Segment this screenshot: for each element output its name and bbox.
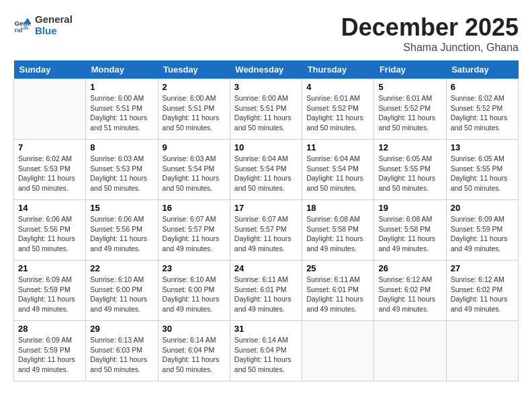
day-number: 15 xyxy=(90,203,153,213)
header-friday: Friday xyxy=(374,60,446,79)
day-number: 29 xyxy=(90,324,153,334)
day-info: Sunrise: 6:01 AMSunset: 5:52 PMDaylight:… xyxy=(306,93,369,133)
day-number: 23 xyxy=(163,263,226,273)
header-thursday: Thursday xyxy=(302,60,374,79)
logo-line2: Blue xyxy=(35,25,73,36)
day-number: 11 xyxy=(306,142,369,152)
day-number: 28 xyxy=(18,324,81,334)
day-number: 8 xyxy=(90,142,153,152)
day-cell: 7Sunrise: 6:02 AMSunset: 5:53 PMDaylight… xyxy=(14,140,86,200)
day-cell: 2Sunrise: 6:00 AMSunset: 5:51 PMDaylight… xyxy=(158,79,230,140)
day-cell: 31Sunrise: 6:14 AMSunset: 6:04 PMDayligh… xyxy=(230,321,302,381)
day-info: Sunrise: 6:10 AMSunset: 6:00 PMDaylight:… xyxy=(90,275,153,314)
day-number: 20 xyxy=(451,203,514,213)
day-cell: 6Sunrise: 6:02 AMSunset: 5:52 PMDaylight… xyxy=(446,79,518,140)
day-number: 1 xyxy=(90,82,153,92)
day-cell: 9Sunrise: 6:03 AMSunset: 5:54 PMDaylight… xyxy=(158,140,230,200)
day-info: Sunrise: 6:04 AMSunset: 5:54 PMDaylight:… xyxy=(306,154,369,193)
day-number: 17 xyxy=(234,203,298,213)
day-cell: 30Sunrise: 6:14 AMSunset: 6:04 PMDayligh… xyxy=(158,321,230,381)
day-info: Sunrise: 6:14 AMSunset: 6:04 PMDaylight:… xyxy=(234,335,298,375)
day-info: Sunrise: 6:11 AMSunset: 6:01 PMDaylight:… xyxy=(306,275,369,314)
day-number: 16 xyxy=(163,203,226,213)
day-info: Sunrise: 6:09 AMSunset: 5:59 PMDaylight:… xyxy=(18,335,81,375)
day-number: 14 xyxy=(18,203,81,213)
day-number: 24 xyxy=(234,263,298,273)
day-cell: 10Sunrise: 6:04 AMSunset: 5:54 PMDayligh… xyxy=(230,140,302,200)
day-number: 25 xyxy=(306,263,369,273)
day-info: Sunrise: 6:04 AMSunset: 5:54 PMDaylight:… xyxy=(234,154,298,193)
day-number: 5 xyxy=(378,82,441,92)
day-info: Sunrise: 6:09 AMSunset: 5:59 PMDaylight:… xyxy=(451,214,514,254)
day-info: Sunrise: 6:12 AMSunset: 6:02 PMDaylight:… xyxy=(378,275,441,314)
page-header: Gene ral General Blue December 2025 Sham… xyxy=(13,13,519,54)
day-number: 19 xyxy=(378,203,441,213)
day-cell: 28Sunrise: 6:09 AMSunset: 5:59 PMDayligh… xyxy=(14,321,86,381)
svg-text:ral: ral xyxy=(14,26,22,34)
logo-icon: Gene ral xyxy=(13,15,32,34)
calendar-table: SundayMondayTuesdayWednesdayThursdayFrid… xyxy=(13,60,519,381)
day-cell xyxy=(374,321,446,381)
day-info: Sunrise: 6:00 AMSunset: 5:51 PMDaylight:… xyxy=(163,93,226,133)
day-info: Sunrise: 6:06 AMSunset: 5:56 PMDaylight:… xyxy=(18,214,81,254)
day-cell: 26Sunrise: 6:12 AMSunset: 6:02 PMDayligh… xyxy=(374,261,446,321)
day-cell: 15Sunrise: 6:06 AMSunset: 5:56 PMDayligh… xyxy=(86,200,158,261)
day-cell: 4Sunrise: 6:01 AMSunset: 5:52 PMDaylight… xyxy=(302,79,374,140)
day-cell: 13Sunrise: 6:05 AMSunset: 5:55 PMDayligh… xyxy=(446,140,518,200)
header-tuesday: Tuesday xyxy=(158,60,230,79)
day-info: Sunrise: 6:07 AMSunset: 5:57 PMDaylight:… xyxy=(234,214,298,254)
day-cell xyxy=(302,321,374,381)
header-sunday: Sunday xyxy=(14,60,86,79)
logo: Gene ral General Blue xyxy=(13,13,73,36)
day-info: Sunrise: 6:06 AMSunset: 5:56 PMDaylight:… xyxy=(90,214,153,254)
day-cell xyxy=(446,321,518,381)
day-cell: 29Sunrise: 6:13 AMSunset: 6:03 PMDayligh… xyxy=(86,321,158,381)
day-info: Sunrise: 6:00 AMSunset: 5:51 PMDaylight:… xyxy=(234,93,298,133)
day-number: 18 xyxy=(306,203,369,213)
day-cell: 11Sunrise: 6:04 AMSunset: 5:54 PMDayligh… xyxy=(302,140,374,200)
month-title: December 2025 xyxy=(341,13,519,42)
day-info: Sunrise: 6:05 AMSunset: 5:55 PMDaylight:… xyxy=(451,154,514,193)
day-number: 21 xyxy=(18,263,81,273)
week-row-2: 7Sunrise: 6:02 AMSunset: 5:53 PMDaylight… xyxy=(14,140,519,200)
day-info: Sunrise: 6:03 AMSunset: 5:53 PMDaylight:… xyxy=(90,154,153,193)
day-number: 22 xyxy=(90,263,153,273)
day-info: Sunrise: 6:13 AMSunset: 6:03 PMDaylight:… xyxy=(90,335,153,375)
header-saturday: Saturday xyxy=(446,60,518,79)
day-number: 3 xyxy=(234,82,298,92)
day-info: Sunrise: 6:07 AMSunset: 5:57 PMDaylight:… xyxy=(163,214,226,254)
day-number: 4 xyxy=(306,82,369,92)
day-cell: 1Sunrise: 6:00 AMSunset: 5:51 PMDaylight… xyxy=(86,79,158,140)
day-cell: 18Sunrise: 6:08 AMSunset: 5:58 PMDayligh… xyxy=(302,200,374,261)
day-cell: 17Sunrise: 6:07 AMSunset: 5:57 PMDayligh… xyxy=(230,200,302,261)
day-cell: 19Sunrise: 6:08 AMSunset: 5:58 PMDayligh… xyxy=(374,200,446,261)
day-cell: 23Sunrise: 6:10 AMSunset: 6:00 PMDayligh… xyxy=(158,261,230,321)
day-info: Sunrise: 6:02 AMSunset: 5:52 PMDaylight:… xyxy=(451,93,514,133)
day-cell: 27Sunrise: 6:12 AMSunset: 6:02 PMDayligh… xyxy=(446,261,518,321)
day-cell: 22Sunrise: 6:10 AMSunset: 6:00 PMDayligh… xyxy=(86,261,158,321)
day-number: 2 xyxy=(163,82,226,92)
title-block: December 2025 Shama Junction, Ghana xyxy=(341,13,519,54)
day-cell: 21Sunrise: 6:09 AMSunset: 5:59 PMDayligh… xyxy=(14,261,86,321)
header-wednesday: Wednesday xyxy=(230,60,302,79)
day-info: Sunrise: 6:10 AMSunset: 6:00 PMDaylight:… xyxy=(163,275,226,314)
day-cell: 24Sunrise: 6:11 AMSunset: 6:01 PMDayligh… xyxy=(230,261,302,321)
day-number: 9 xyxy=(163,142,226,152)
day-info: Sunrise: 6:03 AMSunset: 5:54 PMDaylight:… xyxy=(163,154,226,193)
day-info: Sunrise: 6:08 AMSunset: 5:58 PMDaylight:… xyxy=(306,214,369,254)
day-number: 27 xyxy=(451,263,514,273)
day-info: Sunrise: 6:12 AMSunset: 6:02 PMDaylight:… xyxy=(451,275,514,314)
day-number: 31 xyxy=(234,324,298,334)
day-info: Sunrise: 6:01 AMSunset: 5:52 PMDaylight:… xyxy=(378,93,441,133)
day-cell: 14Sunrise: 6:06 AMSunset: 5:56 PMDayligh… xyxy=(14,200,86,261)
week-row-5: 28Sunrise: 6:09 AMSunset: 5:59 PMDayligh… xyxy=(14,321,519,381)
day-number: 13 xyxy=(451,142,514,152)
location: Shama Junction, Ghana xyxy=(341,42,519,54)
days-header-row: SundayMondayTuesdayWednesdayThursdayFrid… xyxy=(14,60,519,79)
day-info: Sunrise: 6:00 AMSunset: 5:51 PMDaylight:… xyxy=(90,93,153,133)
day-number: 7 xyxy=(18,142,81,152)
header-monday: Monday xyxy=(86,60,158,79)
logo-line1: General xyxy=(35,13,73,25)
week-row-1: 1Sunrise: 6:00 AMSunset: 5:51 PMDaylight… xyxy=(14,79,519,140)
day-info: Sunrise: 6:11 AMSunset: 6:01 PMDaylight:… xyxy=(234,275,298,314)
